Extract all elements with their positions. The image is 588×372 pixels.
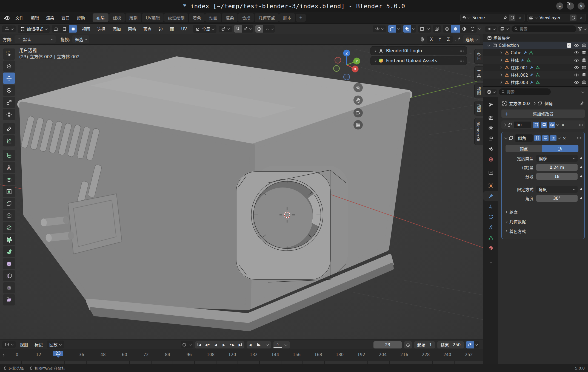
hide-icon[interactable] [574, 50, 579, 55]
shading-solid-button[interactable] [451, 25, 460, 33]
menu-edge[interactable]: 边 [156, 25, 165, 33]
section-geometry[interactable]: 几何数据 [503, 218, 583, 225]
tool-edge-slide[interactable] [3, 222, 15, 233]
collapse-chevron[interactable] [487, 44, 490, 46]
realtime-toggle[interactable] [541, 122, 547, 128]
new-viewlayer-button[interactable] [570, 15, 576, 21]
frame-start-field[interactable]: 起始 1 [414, 341, 435, 348]
sidebar-tab-blenderkit[interactable]: BlenderKit [474, 118, 483, 145]
modifier-drag-handle[interactable] [577, 137, 581, 139]
tab-render[interactable] [483, 113, 498, 122]
outliner-search-input[interactable] [520, 27, 574, 31]
tool-bevel[interactable] [3, 198, 15, 209]
keyframe-dot[interactable] [580, 188, 582, 190]
outliner-row-cylinder-002[interactable]: 柱体.002 [483, 71, 588, 79]
expand-chevron[interactable] [499, 81, 502, 84]
navigation-gizmo[interactable]: Z Y X [332, 47, 363, 81]
blender-logo-icon[interactable] [2, 14, 12, 22]
play-reverse-button[interactable]: ◀ [212, 341, 220, 348]
tool-spin[interactable] [3, 246, 15, 257]
pin-icon[interactable] [580, 101, 584, 106]
expand-chevron[interactable] [499, 51, 502, 54]
collection-checkbox[interactable]: ✓ [567, 43, 571, 48]
autokey-toggle[interactable] [181, 341, 188, 348]
pan-button[interactable] [353, 96, 363, 105]
mirror-x-button[interactable]: X [427, 36, 436, 43]
autokey-dropdown[interactable] [188, 341, 193, 348]
timeline-menu-view[interactable]: 视图 [17, 341, 30, 348]
show-gizmo-dropdown[interactable] [373, 25, 386, 32]
outliner-row-scene-collection[interactable]: 场景集合 [483, 34, 588, 42]
edit-mode-toggle[interactable] [534, 135, 541, 141]
timeline-ruler[interactable]: 23 0123648607284961081201321441561681801… [0, 350, 483, 361]
mirror-icon[interactable] [419, 37, 425, 42]
tool-add-cube[interactable] [3, 150, 15, 161]
falloff-icon[interactable] [455, 37, 461, 42]
menu-help[interactable]: 帮助 [73, 14, 88, 22]
workspace-tab-compositing[interactable]: 合成 [238, 13, 254, 22]
proportional-editing-toggle[interactable] [255, 25, 263, 33]
sidebar-tab-view[interactable]: 视图 [474, 83, 483, 98]
panel-grip[interactable] [459, 59, 464, 62]
options-dropdown[interactable]: 选项 [463, 35, 480, 43]
tool-poly-build[interactable] [3, 234, 15, 245]
tool-extrude-region[interactable] [3, 174, 15, 185]
overlays-dropdown[interactable] [411, 25, 416, 33]
workspace-tab-modeling[interactable]: 建模 [109, 13, 125, 22]
tool-select-box[interactable] [3, 48, 15, 60]
tab-collection[interactable] [483, 168, 498, 177]
menu-add[interactable]: 添加 [110, 25, 123, 33]
modifier-extras-chevron[interactable] [556, 123, 559, 126]
prev-keyframe-button[interactable]: ◀♦ [203, 341, 212, 348]
tool-knife[interactable] [3, 162, 15, 173]
workspace-tab-layout[interactable]: 布局 [93, 13, 109, 22]
menu-vertex[interactable]: 顶点 [141, 25, 154, 33]
tab-view-layer[interactable] [483, 134, 498, 143]
drag-dropdown[interactable]: 框选 [72, 35, 89, 43]
editor-type-button[interactable] [2, 25, 16, 32]
properties-search[interactable] [499, 88, 551, 95]
edit-mode-toggle[interactable] [533, 122, 539, 128]
mirror-y-button[interactable]: Y [436, 36, 444, 43]
current-frame-field[interactable]: 23 [373, 341, 402, 348]
modifier-row-boolean[interactable]: bo... × [501, 120, 585, 129]
step-back-button[interactable]: ◀ [247, 341, 255, 348]
mode-selector[interactable]: 编辑模式 [18, 25, 50, 33]
viewlayer-icon[interactable] [529, 15, 534, 20]
tool-annotate[interactable] [3, 123, 15, 134]
tool-scale[interactable] [3, 97, 15, 108]
tool-move[interactable] [3, 73, 15, 84]
properties-search-input[interactable] [507, 90, 548, 94]
add-modifier-button[interactable]: + 添加修改器 [501, 109, 585, 118]
limit-method-dropdown[interactable]: 角度 [536, 186, 578, 193]
tool-loop-cut[interactable] [3, 210, 15, 221]
modifier-name[interactable]: 倒角 [515, 134, 533, 142]
tool-shear[interactable] [3, 294, 15, 305]
timeline-editor-type-button[interactable] [2, 341, 16, 348]
stopwatch-button[interactable] [404, 341, 412, 348]
step-forward-button[interactable]: ▶ [255, 341, 263, 348]
shading-dropdown[interactable] [478, 27, 481, 30]
menu-window[interactable]: 窗口 [58, 14, 73, 22]
outliner-row-cylinder[interactable]: 柱体 [483, 56, 588, 64]
outliner-editor-type-button[interactable] [485, 26, 497, 32]
delete-viewlayer-button[interactable]: × [578, 15, 584, 21]
blenderkit-login-panel[interactable]: BlenderKit Login [370, 46, 467, 55]
tab-physics[interactable] [483, 212, 498, 221]
outliner-row-cube[interactable]: Cube [483, 49, 588, 56]
menu-render[interactable]: 渲染 [43, 14, 58, 22]
keyframe-dot[interactable] [580, 157, 582, 159]
tool-shrink-fatten[interactable] [3, 282, 15, 293]
hide-icon[interactable] [574, 43, 579, 48]
width-type-dropdown[interactable]: 偏移 [536, 155, 578, 162]
tab-constraints[interactable] [483, 223, 498, 232]
sync-dropdown[interactable] [474, 341, 479, 348]
sidebar-tab-animation[interactable]: 动画 [474, 101, 483, 116]
snap-toggle[interactable] [234, 25, 242, 33]
properties-editor-type-button[interactable] [485, 89, 497, 95]
delete-scene-button[interactable]: × [517, 15, 523, 21]
breadcrumb-modifier[interactable]: 倒角 [544, 100, 553, 106]
tab-vertices[interactable]: 顶点 [506, 145, 542, 152]
timeline-collapse-chevron[interactable] [2, 354, 5, 357]
face-select-button[interactable] [69, 25, 77, 33]
